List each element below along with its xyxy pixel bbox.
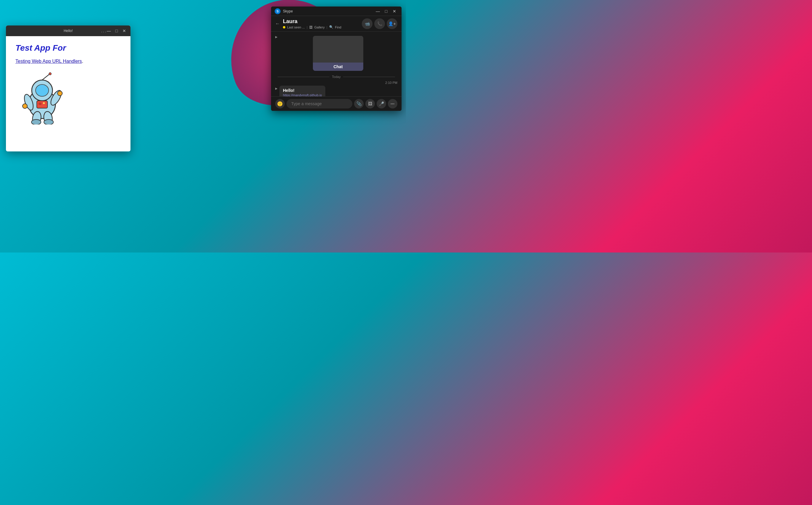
back-button[interactable]: ←: [275, 21, 280, 26]
today-label: Today: [332, 75, 341, 78]
mic-icon: 🎤: [379, 101, 384, 106]
skype-body: ← Laura Last seen ... | 🖼 Gallery | 🔍 Fi…: [271, 16, 402, 111]
webapp-maximize-button[interactable]: □: [114, 28, 119, 33]
svg-point-11: [57, 91, 62, 96]
header-actions: 📹 📞 👤+: [362, 18, 397, 29]
image-button[interactable]: 🖼: [365, 99, 375, 109]
chat-area[interactable]: ▶ Chat Today 2:10 PM ▶ Hello! https://ma…: [271, 32, 402, 96]
message-text-1: Hello!: [283, 88, 322, 93]
message-row-1: ▶ Hello! https://mandymsft.github.io: [275, 86, 397, 96]
skype-chat-header: ← Laura Last seen ... | 🖼 Gallery | 🔍 Fi…: [271, 16, 402, 32]
webapp-title: Hello!: [64, 29, 73, 33]
webapp-titlebar: Hello! ... — □ ✕: [6, 25, 131, 36]
skype-titlebar: S Skype — □ ✕: [271, 7, 402, 16]
svg-point-9: [43, 102, 45, 104]
video-call-button[interactable]: 📹: [362, 18, 373, 29]
webapp-url-link[interactable]: Testing Web App URL Handlers: [15, 59, 82, 64]
message-input[interactable]: [286, 99, 352, 109]
find-icon: 🔍: [329, 25, 333, 29]
skype-close-button[interactable]: ✕: [391, 8, 398, 14]
webapp-minimize-button[interactable]: —: [106, 28, 112, 33]
webapp-link-paragraph: Testing Web App URL Handlers.: [15, 59, 121, 64]
skype-maximize-button[interactable]: □: [383, 8, 390, 14]
skype-app-name: Skype: [283, 9, 374, 13]
add-person-icon: 👤+: [388, 21, 396, 26]
video-call-icon: 📹: [365, 21, 370, 26]
status-dot: [283, 26, 285, 28]
message-bubble-1: Hello! https://mandymsft.github.io: [279, 86, 325, 96]
webapp-close-button[interactable]: ✕: [122, 28, 127, 33]
svg-point-13: [49, 72, 51, 75]
more-button[interactable]: •••: [388, 99, 397, 109]
message-input-area: 🙂 📎 🖼 🎤 •••: [271, 96, 402, 111]
more-icon: •••: [391, 102, 395, 106]
webapp-window: Hello! ... — □ ✕ Test App For Testing We…: [6, 25, 131, 151]
msg-arrow-1: ▶: [275, 87, 278, 90]
webapp-heading: Test App For: [15, 43, 121, 53]
emoji-icon: 🙂: [277, 101, 283, 107]
svg-line-12: [42, 74, 49, 80]
skype-window-controls: — □ ✕: [374, 8, 398, 14]
gallery-label[interactable]: Gallery: [314, 25, 325, 29]
svg-rect-7: [37, 101, 47, 108]
astronaut-illustration: [15, 71, 69, 125]
svg-rect-8: [38, 103, 41, 105]
skype-logo: S: [275, 8, 281, 14]
contact-status: Last seen ... | 🖼 Gallery | 🔍 Find: [283, 25, 362, 29]
contact-info: Laura Last seen ... | 🖼 Gallery | 🔍 Find: [283, 18, 362, 29]
mic-button[interactable]: 🎤: [377, 99, 386, 109]
status-text: Last seen ...: [287, 25, 305, 29]
skype-logo-letter: S: [276, 9, 278, 13]
svg-point-10: [22, 104, 27, 109]
skype-minimize-button[interactable]: —: [374, 8, 381, 14]
image-icon: 🖼: [368, 101, 372, 106]
message-link-1[interactable]: https://mandymsft.github.io: [283, 94, 322, 96]
svg-point-15: [44, 120, 53, 125]
attachment-button[interactable]: 📎: [354, 99, 364, 109]
svg-point-2: [36, 85, 49, 96]
svg-point-14: [31, 120, 41, 125]
audio-call-button[interactable]: 📞: [374, 18, 385, 29]
skype-window: S Skype — □ ✕ ← Laura Last seen ... | 🖼 …: [271, 7, 402, 111]
audio-call-icon: 📞: [377, 21, 382, 26]
webapp-window-controls: — □ ✕: [106, 28, 127, 33]
emoji-button[interactable]: 🙂: [275, 99, 285, 109]
contact-name: Laura: [283, 18, 362, 25]
attachment-icon: 📎: [357, 101, 362, 106]
chat-preview-label: Chat: [313, 62, 363, 71]
chat-today-divider: Today: [275, 75, 397, 78]
webapp-content: Test App For Testing Web App URL Handler…: [6, 36, 131, 133]
webapp-link-period: .: [82, 59, 83, 64]
chat-timestamp: 2:10 PM: [275, 81, 397, 85]
send-arrow-icon: ▶: [275, 35, 278, 38]
find-label[interactable]: Find: [335, 25, 342, 29]
chat-preview-image: [313, 36, 363, 62]
status-separator: |: [307, 25, 307, 29]
gallery-icon: 🖼: [309, 25, 312, 29]
astronaut-container: [15, 71, 121, 126]
chat-preview-card: Chat: [313, 36, 363, 71]
status-separator2: |: [326, 25, 327, 29]
add-person-button[interactable]: 👤+: [387, 18, 397, 29]
